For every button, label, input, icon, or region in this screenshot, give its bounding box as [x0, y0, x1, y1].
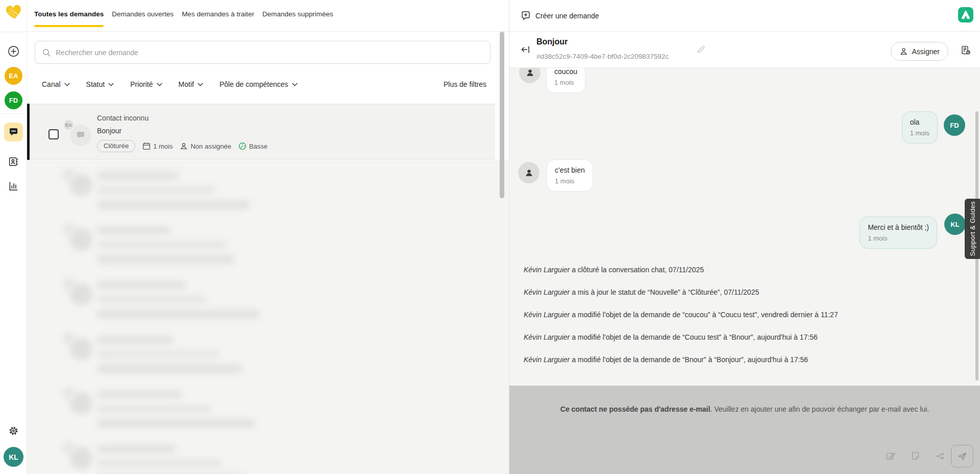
assign-button[interactable]: Assigner [891, 42, 948, 61]
filter-priorite[interactable]: Priorité [130, 80, 162, 88]
chevron-down-icon [157, 83, 162, 86]
activity-event: Kévin Larguier a modifié l'objet de la d… [524, 311, 838, 319]
request-checkbox[interactable] [48, 129, 59, 139]
request-age: 1 mois [142, 142, 173, 150]
request-row-placeholder[interactable] [27, 379, 509, 434]
search-icon [42, 48, 51, 57]
request-tags: Clôturée 1 mois Non assignée [97, 140, 267, 152]
nav-analytics[interactable] [8, 181, 19, 192]
event-text: a mis à jour le statut de “Nouvelle” à “… [570, 288, 759, 296]
avatar-kl-current-user[interactable]: KL [4, 447, 23, 467]
message-bubble: coucou 1 mois [546, 68, 585, 93]
support-guides-label: Support & Guides [969, 201, 976, 256]
agent-avatar-initials: FD [950, 122, 959, 129]
requests-panel: Toutes les demandes Demandes ouvertes Me… [27, 0, 509, 474]
request-contact-name: Contact inconnu [97, 114, 149, 122]
filter-motif[interactable]: Motif [179, 80, 203, 88]
event-actor: Kévin Larguier [524, 333, 570, 341]
request-row-placeholder[interactable] [27, 270, 509, 324]
create-request-icon[interactable] [8, 45, 19, 57]
bar-chart-icon [8, 181, 19, 192]
summary-log-icon[interactable] [961, 45, 971, 55]
chat-bubble-plus-icon [521, 11, 531, 21]
paper-plane-icon [957, 451, 968, 462]
event-actor: Kévin Larguier [524, 266, 570, 274]
filter-statut[interactable]: Statut [86, 80, 114, 88]
agent-icon [180, 142, 188, 150]
message-text: ola [910, 118, 929, 126]
agent-avatar-kl: KL [944, 214, 966, 235]
saved-replies-icon[interactable] [911, 451, 922, 462]
no-email-notice-bold: Ce contact ne possède pas d'adresse e-ma… [560, 405, 710, 413]
avatar-fd[interactable]: FD [5, 91, 22, 109]
compose-note-icon[interactable] [885, 451, 896, 462]
nav-rail: EA FD [0, 0, 27, 474]
tab-my-requests[interactable]: Mes demandes à traiter [182, 0, 254, 32]
tab-open-requests[interactable]: Demandes ouvertes [112, 0, 174, 32]
filter-pole-competences[interactable]: Pôle de compétences [219, 80, 298, 88]
chat-bubble-icon [76, 130, 86, 140]
event-text: a clôturé la conversation chat, 07/11/20… [570, 266, 704, 274]
message-time: 1 mois [868, 234, 929, 242]
filter-label: Canal [42, 80, 61, 88]
widget-app-logo[interactable] [958, 7, 973, 22]
conversation-topbar: Créer une demande [509, 0, 980, 32]
contact-avatar [518, 162, 540, 183]
tab-deleted-requests[interactable]: Demandes supprimées [262, 0, 333, 32]
request-row-placeholder[interactable] [27, 434, 509, 474]
calendar-icon [142, 142, 151, 150]
search-box [35, 41, 491, 64]
settings-gear-icon[interactable] [8, 425, 19, 436]
edit-pencil-icon[interactable] [696, 45, 705, 54]
assign-button-label: Assigner [912, 48, 940, 56]
conversation-id: #d38c52c9-7409-4be7-bf0d-2c209837592c [536, 53, 669, 60]
message-bubble: ola 1 mois [902, 111, 938, 144]
chat-thread: coucou 1 mois ola 1 mois FD c'est bien 1… [509, 68, 980, 386]
request-row-placeholder[interactable] [27, 215, 509, 270]
agent-avatar-fd: FD [944, 114, 965, 136]
filter-label: Motif [179, 80, 194, 88]
no-email-notice-rest: . Veuillez en ajouter une afin de pouvoi… [710, 405, 929, 413]
support-guides-tab[interactable]: Support & Guides [965, 199, 980, 259]
request-age-label: 1 mois [153, 143, 173, 150]
no-email-notice: Ce contact ne possède pas d'adresse e-ma… [509, 405, 980, 413]
request-assignee: Non assignée [180, 142, 231, 150]
agent-badge-initials: EA [65, 122, 72, 128]
nav-contacts[interactable] [8, 156, 19, 167]
selected-indicator-bar [27, 104, 30, 160]
request-assignee-label: Non assignée [190, 143, 231, 150]
list-scrollbar[interactable] [500, 32, 504, 198]
avatar-fd-initials: FD [9, 97, 18, 104]
create-request-button[interactable]: Créer une demande [521, 0, 599, 32]
filter-canal[interactable]: Canal [42, 80, 70, 88]
event-text: a modifié l'objet de la demande de “couc… [570, 311, 838, 319]
nav-conversations[interactable] [4, 123, 23, 141]
composer-disabled: Ce contact ne possède pas d'adresse e-ma… [509, 386, 980, 474]
request-row-placeholder[interactable] [27, 160, 509, 215]
search-input[interactable] [56, 49, 490, 57]
send-button[interactable] [951, 445, 973, 467]
filter-label: Priorité [130, 80, 153, 88]
avatar-ea-initials: EA [9, 72, 18, 80]
filter-label: Pôle de compétences [219, 80, 288, 88]
tab-all-requests[interactable]: Toutes les demandes [34, 0, 104, 32]
request-priority: Basse [238, 142, 267, 150]
requests-tabbar: Toutes les demandes Demandes ouvertes Me… [27, 0, 509, 32]
collapse-back-icon[interactable] [520, 44, 530, 55]
avatar-ea[interactable]: EA [5, 67, 22, 85]
chat-bubble-icon [9, 127, 18, 137]
message-time: 1 mois [910, 129, 929, 137]
assign-person-icon [899, 47, 908, 56]
rail-divider [0, 32, 27, 32]
message-time: 1 mois [554, 79, 577, 86]
chevron-down-icon [198, 83, 203, 86]
conversation-title: Bonjour [536, 37, 568, 46]
share-split-icon[interactable] [934, 451, 945, 462]
create-request-label: Créer une demande [535, 12, 599, 20]
message-time: 1 mois [555, 177, 585, 185]
conversation-header: Bonjour #d38c52c9-7409-4be7-bf0d-2c20983… [509, 32, 980, 68]
request-row-placeholder[interactable] [27, 324, 509, 379]
request-row-selected[interactable]: EA Contact inconnu Bonjour Clôturée 1 mo… [27, 104, 495, 160]
request-priority-label: Basse [249, 143, 267, 150]
more-filters-button[interactable]: Plus de filtres [444, 77, 486, 92]
